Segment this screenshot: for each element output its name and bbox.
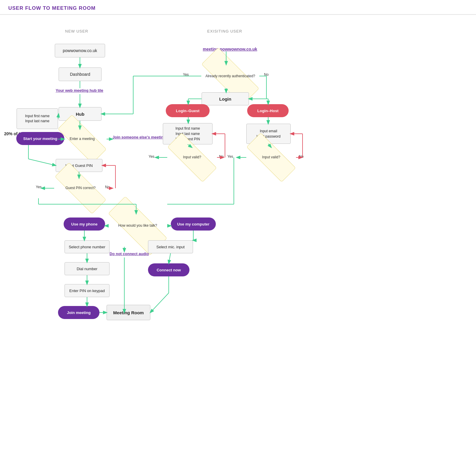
diamond-enter-meeting: Enter a meeting bbox=[58, 129, 107, 149]
box-login: Login bbox=[202, 92, 249, 105]
yn-auth-yes: Yes bbox=[183, 73, 189, 77]
link-join-someone[interactable]: Join someone else's meeting bbox=[112, 135, 166, 139]
col-new-user: NEW USER bbox=[65, 29, 88, 33]
yn-auth-no: No bbox=[264, 73, 268, 77]
pill-use-computer[interactable]: Use my computer bbox=[171, 218, 216, 231]
pill-start-meeting[interactable]: Start your meeting bbox=[16, 132, 64, 145]
link-meeting-powwownow[interactable]: meeting.powwownow.co.uk bbox=[203, 47, 257, 51]
box-dashboard: Dashboard bbox=[59, 67, 102, 81]
svg-line-56 bbox=[169, 253, 171, 263]
yn-valid-guest-yes: Yes bbox=[149, 154, 155, 159]
yn-valid-host-yes: Yes bbox=[227, 154, 233, 159]
svg-line-7 bbox=[28, 159, 56, 165]
diamond-already-auth: Already recently authenticated? bbox=[201, 65, 259, 88]
yn-valid-guest-no: No bbox=[219, 154, 223, 159]
pill-use-phone[interactable]: Use my phone bbox=[64, 218, 105, 231]
box-hub: Hub bbox=[59, 107, 102, 121]
diamond-guest-pin: Guest PIN correct? bbox=[54, 178, 107, 198]
page-title: USER FLOW TO MEETING ROOM bbox=[8, 5, 96, 11]
diamond-input-valid-guest: Input valid? bbox=[167, 147, 217, 167]
box-input-name: Input first name Input last name bbox=[17, 108, 58, 129]
box-dial-number: Dial number bbox=[65, 262, 110, 275]
pill-login-host[interactable]: Login–Host bbox=[247, 104, 289, 117]
svg-line-51 bbox=[150, 293, 169, 313]
diamond-how-talk: How would you like talk? bbox=[108, 214, 167, 238]
link-web-meeting-hub[interactable]: Your web meeting hub tile bbox=[56, 88, 103, 93]
box-enter-pin-keypad: Enter PIN on keypad bbox=[65, 284, 110, 297]
yn-guest-pin-no: No bbox=[105, 185, 110, 189]
diagram-area: NEW USER EXISITING USER 20% of traffic f… bbox=[0, 15, 476, 451]
yn-valid-host-no: No bbox=[299, 154, 303, 159]
box-select-mic: Select mic. input bbox=[148, 240, 193, 253]
diamond-input-valid-host: Input valid? bbox=[246, 147, 296, 167]
pill-login-guest[interactable]: Login–Guest bbox=[166, 104, 210, 117]
box-meeting-room: Meeting Room bbox=[107, 305, 150, 320]
col-existing-user: EXISITING USER bbox=[207, 29, 242, 33]
page-header: USER FLOW TO MEETING ROOM bbox=[0, 0, 476, 15]
yn-guest-pin-yes: Yes bbox=[36, 185, 42, 189]
pill-connect-now[interactable]: Connect now bbox=[148, 263, 189, 276]
box-powwownow: powwownow.co.uk bbox=[55, 44, 105, 57]
pill-join-meeting[interactable]: Join meeting bbox=[58, 306, 99, 319]
link-no-audio[interactable]: Do not connect audio bbox=[110, 252, 149, 256]
box-select-phone: Select phone number bbox=[65, 240, 110, 253]
